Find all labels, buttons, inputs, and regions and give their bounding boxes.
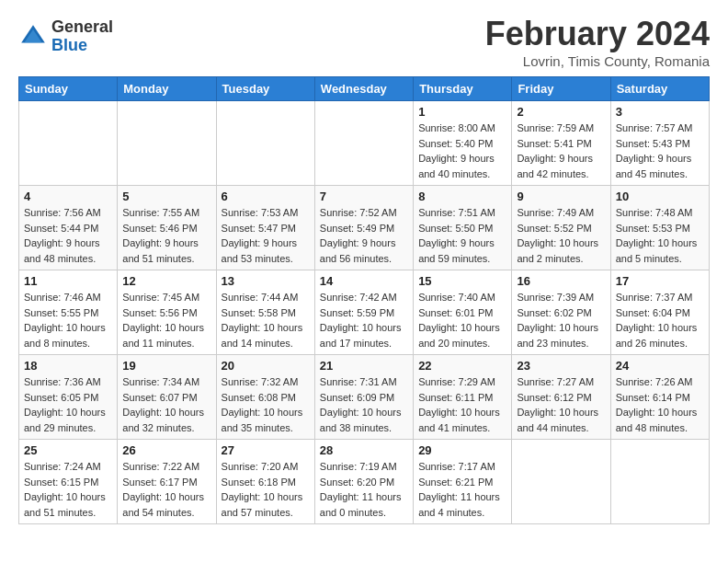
day-info: Sunrise: 7:44 AMSunset: 5:58 PMDaylight:… — [222, 290, 310, 350]
calendar-cell: 27Sunrise: 7:20 AMSunset: 6:18 PMDayligh… — [216, 440, 314, 524]
day-number: 24 — [616, 359, 704, 373]
day-number: 11 — [24, 274, 112, 288]
logo-text: General Blue — [51, 18, 113, 55]
day-number: 17 — [616, 274, 704, 288]
day-info: Sunrise: 7:36 AMSunset: 6:05 PMDaylight:… — [24, 374, 112, 435]
day-info: Sunrise: 7:37 AMSunset: 6:04 PMDaylight:… — [616, 290, 704, 350]
logo-general-text: General — [51, 18, 113, 37]
calendar-header-wednesday: Wednesday — [314, 77, 413, 101]
calendar-cell: 23Sunrise: 7:27 AMSunset: 6:12 PMDayligh… — [512, 355, 610, 440]
calendar-row: 25Sunrise: 7:24 AMSunset: 6:15 PMDayligh… — [19, 440, 710, 524]
day-number: 25 — [24, 443, 112, 457]
day-info: Sunrise: 7:34 AMSunset: 6:07 PMDaylight:… — [122, 374, 210, 435]
day-info: Sunrise: 7:39 AMSunset: 6:02 PMDaylight:… — [517, 290, 605, 350]
calendar-cell — [118, 101, 216, 186]
day-number: 4 — [24, 190, 112, 203]
day-info: Sunrise: 7:26 AMSunset: 6:14 PMDaylight:… — [616, 374, 704, 435]
day-number: 16 — [517, 274, 605, 288]
day-number: 10 — [616, 190, 704, 203]
calendar-cell: 18Sunrise: 7:36 AMSunset: 6:05 PMDayligh… — [19, 355, 118, 440]
day-info: Sunrise: 7:52 AMSunset: 5:49 PMDaylight:… — [320, 205, 408, 266]
calendar-header-row: SundayMondayTuesdayWednesdayThursdayFrid… — [19, 77, 710, 101]
calendar-cell: 15Sunrise: 7:40 AMSunset: 6:01 PMDayligh… — [414, 270, 512, 355]
calendar-header-tuesday: Tuesday — [216, 77, 314, 101]
day-number: 6 — [222, 190, 310, 203]
day-info: Sunrise: 7:48 AMSunset: 5:53 PMDaylight:… — [616, 205, 704, 266]
calendar-header-saturday: Saturday — [610, 77, 709, 101]
calendar-row: 18Sunrise: 7:36 AMSunset: 6:05 PMDayligh… — [19, 355, 710, 440]
day-number: 15 — [418, 274, 506, 288]
header: General Blue February 2024 Lovrin, Timis… — [18, 15, 710, 69]
day-number: 22 — [418, 359, 506, 373]
day-info: Sunrise: 7:29 AMSunset: 6:11 PMDaylight:… — [418, 374, 506, 435]
calendar-cell: 26Sunrise: 7:22 AMSunset: 6:17 PMDayligh… — [118, 440, 216, 524]
calendar-cell — [216, 101, 314, 186]
day-info: Sunrise: 7:27 AMSunset: 6:12 PMDaylight:… — [517, 374, 605, 435]
day-number: 9 — [517, 190, 605, 203]
calendar-cell: 19Sunrise: 7:34 AMSunset: 6:07 PMDayligh… — [118, 355, 216, 440]
day-info: Sunrise: 7:55 AMSunset: 5:46 PMDaylight:… — [122, 205, 210, 266]
day-number: 26 — [122, 443, 210, 457]
day-number: 13 — [222, 274, 310, 288]
calendar-cell: 3Sunrise: 7:57 AMSunset: 5:43 PMDaylight… — [610, 101, 709, 186]
calendar-cell: 12Sunrise: 7:45 AMSunset: 5:56 PMDayligh… — [118, 270, 216, 355]
calendar-cell: 8Sunrise: 7:51 AMSunset: 5:50 PMDaylight… — [414, 186, 512, 270]
day-number: 28 — [320, 443, 408, 457]
calendar-cell: 11Sunrise: 7:46 AMSunset: 5:55 PMDayligh… — [19, 270, 118, 355]
calendar-cell: 10Sunrise: 7:48 AMSunset: 5:53 PMDayligh… — [610, 186, 709, 270]
calendar-cell — [512, 440, 610, 524]
calendar-cell: 9Sunrise: 7:49 AMSunset: 5:52 PMDaylight… — [512, 186, 610, 270]
calendar-cell — [19, 101, 118, 186]
day-number: 19 — [122, 359, 210, 373]
calendar-cell: 17Sunrise: 7:37 AMSunset: 6:04 PMDayligh… — [610, 270, 709, 355]
day-info: Sunrise: 7:56 AMSunset: 5:44 PMDaylight:… — [24, 205, 112, 266]
day-info: Sunrise: 7:24 AMSunset: 6:15 PMDaylight:… — [24, 459, 112, 520]
calendar-cell: 4Sunrise: 7:56 AMSunset: 5:44 PMDaylight… — [19, 186, 118, 270]
calendar-row: 4Sunrise: 7:56 AMSunset: 5:44 PMDaylight… — [19, 186, 710, 270]
day-number: 1 — [418, 105, 506, 119]
day-info: Sunrise: 7:42 AMSunset: 5:59 PMDaylight:… — [320, 290, 408, 350]
day-number: 18 — [24, 359, 112, 373]
day-number: 14 — [320, 274, 408, 288]
day-info: Sunrise: 7:19 AMSunset: 6:20 PMDaylight:… — [320, 459, 408, 520]
month-title: February 2024 — [485, 15, 710, 53]
day-info: Sunrise: 7:17 AMSunset: 6:21 PMDaylight:… — [418, 459, 506, 520]
day-number: 7 — [320, 190, 408, 203]
logo-blue-text: Blue — [51, 37, 113, 55]
calendar-cell: 28Sunrise: 7:19 AMSunset: 6:20 PMDayligh… — [314, 440, 413, 524]
calendar-header-sunday: Sunday — [19, 77, 118, 101]
day-info: Sunrise: 8:00 AMSunset: 5:40 PMDaylight:… — [418, 121, 506, 181]
day-number: 27 — [222, 443, 310, 457]
day-number: 12 — [122, 274, 210, 288]
calendar-row: 1Sunrise: 8:00 AMSunset: 5:40 PMDaylight… — [19, 101, 710, 186]
day-number: 20 — [222, 359, 310, 373]
logo-icon — [18, 22, 48, 52]
day-number: 3 — [616, 105, 704, 119]
day-number: 5 — [122, 190, 210, 203]
title-area: February 2024 Lovrin, Timis County, Roma… — [485, 15, 710, 69]
day-info: Sunrise: 7:49 AMSunset: 5:52 PMDaylight:… — [517, 205, 605, 266]
calendar: SundayMondayTuesdayWednesdayThursdayFrid… — [18, 76, 710, 524]
day-info: Sunrise: 7:46 AMSunset: 5:55 PMDaylight:… — [24, 290, 112, 350]
calendar-cell: 16Sunrise: 7:39 AMSunset: 6:02 PMDayligh… — [512, 270, 610, 355]
calendar-cell — [610, 440, 709, 524]
day-info: Sunrise: 7:32 AMSunset: 6:08 PMDaylight:… — [222, 374, 310, 435]
day-info: Sunrise: 7:31 AMSunset: 6:09 PMDaylight:… — [320, 374, 408, 435]
calendar-cell: 20Sunrise: 7:32 AMSunset: 6:08 PMDayligh… — [216, 355, 314, 440]
day-info: Sunrise: 7:57 AMSunset: 5:43 PMDaylight:… — [616, 121, 704, 181]
day-info: Sunrise: 7:51 AMSunset: 5:50 PMDaylight:… — [418, 205, 506, 266]
logo: General Blue — [18, 18, 113, 55]
calendar-cell: 14Sunrise: 7:42 AMSunset: 5:59 PMDayligh… — [314, 270, 413, 355]
day-info: Sunrise: 7:59 AMSunset: 5:41 PMDaylight:… — [517, 121, 605, 181]
location: Lovrin, Timis County, Romania — [485, 53, 710, 69]
day-info: Sunrise: 7:40 AMSunset: 6:01 PMDaylight:… — [418, 290, 506, 350]
calendar-cell: 21Sunrise: 7:31 AMSunset: 6:09 PMDayligh… — [314, 355, 413, 440]
calendar-cell — [314, 101, 413, 186]
day-number: 29 — [418, 443, 506, 457]
day-info: Sunrise: 7:20 AMSunset: 6:18 PMDaylight:… — [222, 459, 310, 520]
calendar-cell: 1Sunrise: 8:00 AMSunset: 5:40 PMDaylight… — [414, 101, 512, 186]
calendar-row: 11Sunrise: 7:46 AMSunset: 5:55 PMDayligh… — [19, 270, 710, 355]
day-number: 21 — [320, 359, 408, 373]
calendar-cell: 2Sunrise: 7:59 AMSunset: 5:41 PMDaylight… — [512, 101, 610, 186]
calendar-header-friday: Friday — [512, 77, 610, 101]
